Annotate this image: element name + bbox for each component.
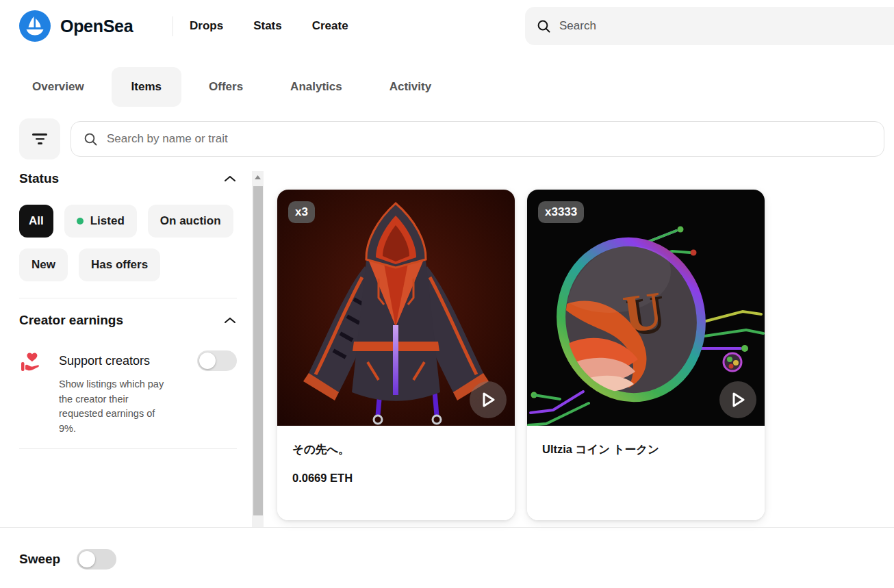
status-title: Status [19,171,59,186]
item-price: 0.0669 ETH [292,472,500,485]
status-pill-listed[interactable]: Listed [64,205,137,238]
top-header: OpenSea Drops Stats Create [0,0,894,52]
scrollbar-thumb[interactable] [253,186,263,515]
toggle-knob [199,353,216,369]
item-media-2: U U x3333 [527,190,765,426]
sweep-bar: Sweep [19,549,116,570]
main-nav: Drops Stats Create [190,0,348,52]
status-section-header[interactable]: Status [19,171,237,186]
nav-stats[interactable]: Stats [253,19,282,33]
sidebar-divider [19,298,237,298]
filters-sidebar: Status All Listed On auction New Has off… [19,171,237,449]
tab-offers[interactable]: Offers [189,67,263,107]
status-pill-on-auction[interactable]: On auction [148,205,233,238]
item-media-1: x3 [277,190,515,426]
trait-search[interactable] [71,121,884,157]
global-search-input[interactable] [559,19,765,33]
play-button[interactable] [719,381,756,418]
listed-dot-icon [77,218,84,225]
creator-earnings-title: Creator earnings [19,313,123,328]
creator-earnings-section-header[interactable]: Creator earnings [19,313,237,328]
status-pills: All Listed On auction New Has offers [19,205,237,281]
footer-divider [0,527,894,528]
support-creators-description: Show listings which pay the creator thei… [59,377,174,436]
header-divider [173,16,173,36]
status-pill-all[interactable]: All [19,205,53,238]
tab-overview[interactable]: Overview [12,67,104,107]
quantity-badge: x3333 [538,201,584,223]
nav-create[interactable]: Create [312,19,348,33]
opensea-logo[interactable]: OpenSea [19,10,133,42]
filter-icon [32,133,47,144]
item-title: Ultzia コイン トークン [542,442,750,457]
svg-text:U: U [620,280,666,344]
items-grid: x3 その先へ。 0.0669 ETH [277,190,765,520]
play-button[interactable] [470,381,507,418]
status-pill-has-offers[interactable]: Has offers [79,248,160,281]
toggle-knob [79,551,95,567]
search-icon [537,19,551,34]
play-icon [481,392,495,407]
hand-heart-icon [19,350,42,436]
listed-label: Listed [90,214,125,228]
play-icon [731,392,745,407]
scrollbar-up-arrow[interactable] [252,171,264,183]
support-creators-toggle[interactable] [197,350,237,371]
sweep-toggle[interactable] [77,549,116,570]
tab-activity[interactable]: Activity [370,67,451,107]
item-card-2[interactable]: U U x3333 Ultzia コイン トークン [527,190,765,520]
opensea-logo-icon [19,10,51,42]
sidebar-scrollbar[interactable] [252,171,264,527]
status-pill-new[interactable]: New [19,248,68,281]
support-creators-row: Support creators Show listings which pay… [19,350,237,436]
collection-tabs: Overview Items Offers Analytics Activity [12,67,451,107]
tab-analytics[interactable]: Analytics [270,67,362,107]
support-creators-label: Support creators [59,354,150,368]
item-title: その先へ。 [292,442,500,457]
filter-button[interactable] [19,118,60,159]
chevron-up-icon [223,175,237,183]
sweep-label: Sweep [19,552,60,567]
brand-name: OpenSea [60,16,133,36]
item-info-1: その先へ。 0.0669 ETH [277,426,515,520]
global-search[interactable] [525,7,894,45]
nav-drops[interactable]: Drops [190,19,223,33]
sidebar-divider [19,448,237,449]
chevron-up-icon [223,316,237,324]
item-card-1[interactable]: x3 その先へ。 0.0669 ETH [277,190,515,520]
quantity-badge: x3 [288,201,315,223]
tab-items[interactable]: Items [112,67,181,107]
search-icon [84,132,98,146]
trait-search-input[interactable] [107,132,723,146]
item-info-2: Ultzia コイン トークン [527,426,765,520]
support-creators-main: Support creators Show listings which pay… [59,350,237,436]
